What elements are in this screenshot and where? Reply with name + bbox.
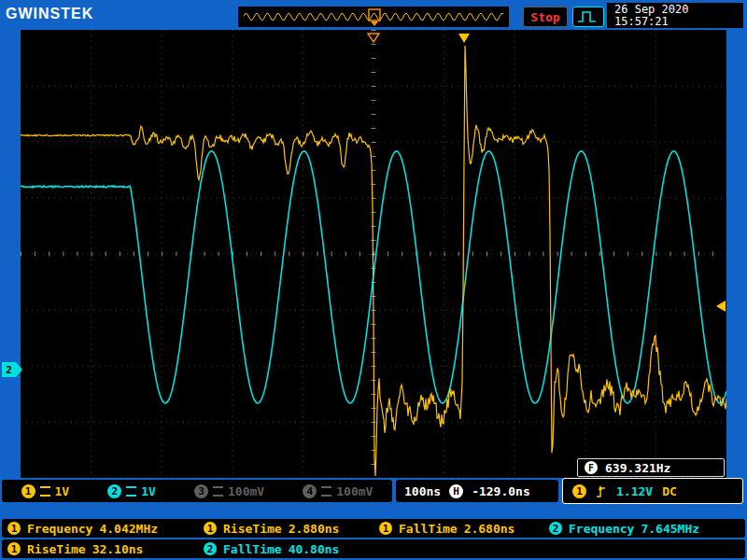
coupling-icon <box>40 486 50 497</box>
meas-label: RiseTime <box>27 542 86 556</box>
meas-ch-badge: 1 <box>379 522 392 535</box>
coupling-icon <box>213 486 223 497</box>
measurement-ch2-falltime: 2 FallTime 40.80ns <box>198 542 374 556</box>
measurement-ch1-risetime: 1 RiseTime 2.880ns <box>198 522 374 536</box>
channel3-scale: 100mV <box>228 484 264 498</box>
meas-ch-badge: 2 <box>549 522 562 535</box>
stop-status-button[interactable]: Stop <box>523 7 568 27</box>
channel1-status[interactable]: 1 1V <box>21 484 70 498</box>
coupling-icon <box>126 486 136 497</box>
waveform-display: F 639.321Hz <box>21 30 726 478</box>
channel4-status[interactable]: 4 100mV <box>303 484 373 498</box>
channel3-badge: 3 <box>194 484 208 498</box>
trigger-point-marker[interactable] <box>458 30 471 48</box>
meas-value: 32.10ns <box>92 542 144 556</box>
meas-ch-badge: 2 <box>204 542 217 555</box>
meas-value: 40.80ns <box>289 542 340 556</box>
meas-value: 7.645MHz <box>641 522 699 536</box>
h-position-icon: H <box>449 484 463 498</box>
meas-value: 4.042MHz <box>99 522 158 536</box>
meas-label: RiseTime <box>223 522 282 536</box>
meas-ch-badge: 1 <box>7 542 21 555</box>
measurement-ch1-risetime-2: 1 RiseTime 32.10ns <box>2 542 198 556</box>
pulse-icon <box>576 8 600 25</box>
meas-label: Frequency <box>27 522 92 536</box>
preview-waveform <box>238 7 509 27</box>
trigger-level-value: 1.12V <box>616 484 653 498</box>
meas-label: Frequency <box>569 522 634 536</box>
measurement-ch1-falltime: 1 FallTime 2.680ns <box>374 522 543 536</box>
freq-counter-value: 639.321Hz <box>605 461 670 475</box>
trigger-status-box[interactable]: 1 1.12V DC <box>562 478 743 504</box>
trigger-source-badge: 1 <box>572 484 586 498</box>
channel4-badge: 4 <box>303 484 317 498</box>
trigger-level-marker[interactable] <box>715 299 726 316</box>
meas-value: 2.880ns <box>289 522 340 536</box>
meas-label: FallTime <box>399 522 458 536</box>
trigger-slope-indicator <box>572 7 604 27</box>
waveform-plot <box>21 30 726 478</box>
channel4-scale: 100mV <box>336 484 373 498</box>
frequency-counter: F 639.321Hz <box>577 458 725 477</box>
channel1-scale: 1V <box>55 484 70 498</box>
timebase-value: 100ns <box>404 484 441 498</box>
channel1-badge: 1 <box>21 484 35 498</box>
gwinstek-logo: GWINSTEK <box>6 6 93 22</box>
ch2-position-marker[interactable]: 2 <box>2 362 16 377</box>
datetime-display: 26 Sep 2020 15:57:21 <box>607 3 743 28</box>
channel2-badge: 2 <box>107 484 121 498</box>
meas-value: 2.680ns <box>464 522 515 536</box>
trigger-time-marker[interactable] <box>367 30 380 48</box>
channel2-status[interactable]: 2 1V <box>107 484 156 498</box>
time-text: 15:57:21 <box>614 16 743 28</box>
meas-ch-badge: 1 <box>7 522 21 535</box>
channel2-scale: 1V <box>141 484 156 498</box>
coupling-icon <box>321 486 331 497</box>
measurement-ch1-frequency: 1 Frequency 4.042MHz <box>2 522 198 536</box>
measurement-row-1: 1 Frequency 4.042MHz 1 RiseTime 2.880ns … <box>2 519 745 538</box>
measurement-ch2-frequency: 2 Frequency 7.645MHz <box>543 522 745 536</box>
h-position-value: -129.0ns <box>472 484 530 498</box>
rising-edge-icon <box>596 483 607 498</box>
trigger-coupling-value: DC <box>662 484 677 498</box>
horizontal-status-bar[interactable]: 100ns H -129.0ns <box>396 480 558 502</box>
freq-counter-icon: F <box>585 461 598 474</box>
channel3-status[interactable]: 3 100mV <box>194 484 264 498</box>
channel-status-bar: 1 1V 2 1V 3 100mV 4 100mV <box>2 480 392 502</box>
meas-label: FallTime <box>223 542 282 556</box>
measurement-row-2: 1 RiseTime 32.10ns 2 FallTime 40.80ns <box>2 539 745 558</box>
acquisition-preview[interactable] <box>238 7 509 27</box>
meas-ch-badge: 1 <box>204 522 217 535</box>
